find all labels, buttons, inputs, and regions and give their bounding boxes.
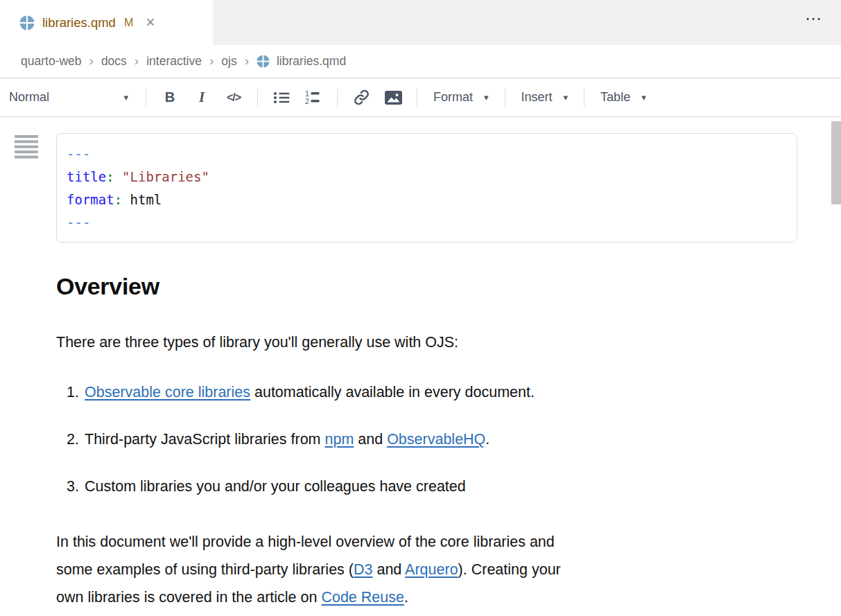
- more-actions-icon[interactable]: ⋯: [805, 10, 823, 27]
- yaml-line: ---: [67, 211, 786, 234]
- list-item-1: 1. Observable core libraries automatical…: [56, 384, 841, 401]
- chevron-right-icon: ›: [134, 53, 139, 70]
- tab-libraries-qmd[interactable]: libraries.qmd M ×: [0, 0, 213, 45]
- text-segment: Third-party JavaScript libraries from: [85, 431, 324, 448]
- yaml-line: format: html: [67, 188, 786, 211]
- yaml-line: ---: [67, 143, 786, 166]
- numbered-list-icon: 1 2: [305, 90, 322, 105]
- heading-overview: Overview: [56, 273, 841, 300]
- visual-editor-window: libraries.qmd M × ⋯ quarto-web › docs › …: [0, 0, 841, 616]
- numbered-list-button[interactable]: 1 2: [297, 84, 329, 112]
- chevron-right-icon: ›: [89, 53, 94, 70]
- text-segment: .: [404, 589, 408, 606]
- bulleted-list-button[interactable]: [266, 84, 297, 112]
- text-segment: some examples of using third-party libra…: [56, 561, 354, 578]
- tab-bar: libraries.qmd M × ⋯: [0, 0, 841, 45]
- paragraph-style-dropdown[interactable]: Normal ▾: [9, 84, 138, 112]
- toolbar-divider: [584, 89, 584, 107]
- list-item-text: Third-party JavaScript libraries from np…: [85, 431, 489, 448]
- link-code-reuse[interactable]: Code Reuse: [321, 589, 404, 606]
- text-segment: In this document we'll provide a high-le…: [56, 534, 555, 550]
- list-item-text: Custom libraries you and/or your colleag…: [85, 478, 466, 495]
- table-menu-label: Table: [600, 90, 630, 105]
- breadcrumb-item-quarto-web[interactable]: quarto-web: [21, 54, 82, 69]
- text-segment: and: [354, 431, 387, 448]
- outline-toggle-icon[interactable]: [14, 135, 39, 161]
- chevron-down-icon: ▾: [484, 93, 489, 102]
- code-button[interactable]: </>: [218, 84, 250, 112]
- text-segment: .: [485, 431, 489, 448]
- paragraph-style-value: Normal: [9, 90, 49, 105]
- yaml-key: format: [67, 192, 114, 207]
- chevron-down-icon: ▾: [564, 93, 569, 102]
- yaml-colon: :: [106, 169, 114, 184]
- chevron-right-icon: ›: [209, 53, 214, 70]
- image-button[interactable]: [377, 84, 409, 112]
- toolbar-divider: [146, 89, 146, 107]
- list-number: 1.: [56, 384, 85, 401]
- paragraph-line: some examples of using third-party libra…: [56, 556, 841, 583]
- vertical-scrollbar[interactable]: [831, 121, 841, 204]
- text-segment: Custom libraries you and/or your colleag…: [85, 478, 466, 495]
- yaml-key: title: [67, 169, 106, 184]
- modified-badge: M: [124, 17, 133, 29]
- link-observable-core-libraries[interactable]: Observable core libraries: [85, 384, 250, 401]
- yaml-metadata-block[interactable]: --- title: "Libraries" format: html ---: [56, 133, 797, 243]
- link-arquero[interactable]: Arquero: [405, 561, 458, 578]
- chevron-down-icon: ▾: [123, 93, 128, 102]
- insert-menu-label: Insert: [521, 90, 553, 105]
- text-segment: and: [372, 561, 405, 578]
- breadcrumb-item-docs[interactable]: docs: [101, 54, 127, 69]
- link-npm[interactable]: npm: [324, 431, 354, 448]
- yaml-plain-value: html: [122, 192, 162, 207]
- svg-text:2: 2: [305, 97, 309, 105]
- list-number: 3.: [56, 478, 85, 495]
- bold-button[interactable]: B: [154, 84, 186, 112]
- toolbar-divider: [337, 89, 338, 107]
- image-icon: [384, 90, 403, 105]
- link-observablehq[interactable]: ObservableHQ: [387, 431, 485, 448]
- quarto-file-icon: [257, 55, 270, 68]
- tab-filename: libraries.qmd: [42, 15, 116, 30]
- format-menu[interactable]: Format ▾: [425, 84, 497, 112]
- closing-paragraph: In this document we'll provide a high-le…: [56, 528, 841, 611]
- close-tab-icon[interactable]: ×: [146, 15, 155, 30]
- link-icon: [353, 89, 370, 106]
- yaml-string-value: "Libraries": [114, 169, 209, 184]
- text-segment: automatically available in every documen…: [250, 384, 535, 401]
- yaml-line: title: "Libraries": [67, 166, 786, 188]
- list-item-3: 3. Custom libraries you and/or your coll…: [56, 478, 841, 495]
- insert-menu[interactable]: Insert ▾: [513, 84, 577, 112]
- yaml-fence: ---: [67, 215, 90, 230]
- format-menu-label: Format: [433, 90, 473, 105]
- quarto-file-icon: [19, 15, 35, 30]
- library-types-list: 1. Observable core libraries automatical…: [56, 384, 841, 495]
- toolbar-divider: [417, 89, 417, 107]
- chevron-right-icon: ›: [244, 53, 250, 70]
- paragraph-line: In this document we'll provide a high-le…: [56, 528, 841, 556]
- list-item-text: Observable core libraries automatically …: [85, 384, 535, 401]
- breadcrumb-item-file[interactable]: libraries.qmd: [277, 54, 346, 69]
- yaml-fence: ---: [67, 146, 90, 161]
- chevron-down-icon: ▾: [641, 93, 646, 102]
- table-menu[interactable]: Table ▾: [592, 84, 654, 112]
- list-item-2: 2. Third-party JavaScript libraries from…: [56, 431, 841, 448]
- bulleted-list-icon: [273, 91, 291, 105]
- toolbar-divider: [505, 89, 505, 107]
- paragraph-line: own libraries is covered in the article …: [56, 583, 841, 611]
- italic-button[interactable]: I: [186, 84, 218, 112]
- breadcrumb-item-interactive[interactable]: interactive: [146, 54, 202, 69]
- link-d3[interactable]: D3: [354, 561, 372, 578]
- breadcrumb-item-ojs[interactable]: ojs: [221, 54, 236, 69]
- text-segment: ). Creating your: [458, 561, 561, 578]
- breadcrumb: quarto-web › docs › interactive › ojs › …: [0, 45, 841, 78]
- list-number: 2.: [56, 431, 85, 448]
- yaml-colon: :: [114, 192, 122, 207]
- formatting-toolbar: Normal ▾ B I </> 1 2: [0, 78, 841, 117]
- editor-surface[interactable]: --- title: "Libraries" format: html --- …: [0, 117, 841, 611]
- intro-paragraph: There are three types of library you'll …: [56, 332, 841, 353]
- text-segment: own libraries is covered in the article …: [56, 589, 321, 606]
- link-button[interactable]: [345, 84, 377, 112]
- toolbar-divider: [257, 89, 258, 107]
